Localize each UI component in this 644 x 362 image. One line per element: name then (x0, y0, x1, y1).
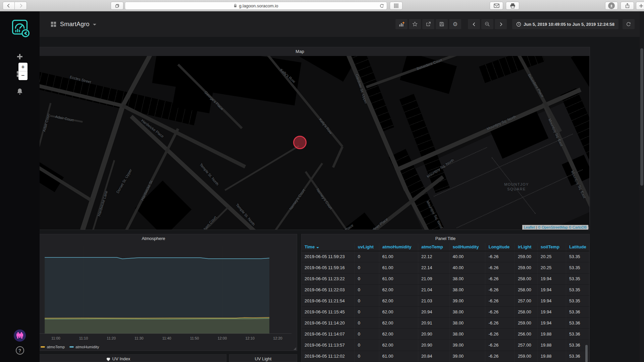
table-cell: 2019-06-05 11:14:07 (302, 328, 355, 340)
add-panel-button[interactable] (395, 19, 408, 29)
column-header-atmoHumidity[interactable]: atmoHumidity (379, 243, 418, 251)
map-zoom-out-button[interactable]: − (18, 71, 28, 80)
print-button[interactable] (506, 2, 519, 10)
column-header-Time[interactable]: Time (302, 243, 355, 251)
reload-button[interactable] (379, 3, 384, 9)
table-cell: 40.00 (449, 262, 485, 273)
map[interactable]: + − Leaflet | © OpenStreetMap © CartoDB … (10, 56, 589, 230)
column-header-atmoTemp[interactable]: atmoTemp (418, 243, 450, 251)
attrib-separator: | (535, 225, 538, 229)
table-cell: 256.00 (515, 328, 537, 340)
table-cell: 53.35 (566, 273, 589, 284)
uv-light-panel-title[interactable]: UV Light (229, 355, 297, 362)
panel-resize-handle[interactable] (293, 347, 296, 350)
table-cell: 53.36 (566, 317, 589, 328)
table-cell: 21.03 (418, 295, 450, 306)
legend-item[interactable]: atmoHumidity (69, 345, 99, 349)
browser-back-button[interactable] (3, 2, 15, 10)
page-scrollbar-thumb[interactable] (640, 48, 643, 186)
sidebar-item-alerting[interactable] (16, 88, 23, 97)
table-cell: 62.00 (379, 306, 418, 317)
table-cell: 0 (355, 317, 379, 328)
page-scrollbar[interactable] (640, 11, 644, 362)
avatar-icon (14, 329, 26, 342)
column-header-Longitude[interactable]: Longitude (485, 243, 515, 251)
map-street-label: Adair Court (42, 113, 51, 132)
table-cell: 257.00 (515, 340, 537, 351)
share-button[interactable] (621, 2, 634, 10)
cartodb-link[interactable]: © CartoDB (569, 225, 587, 229)
table-cell: 38.00 (449, 317, 485, 328)
table-row: 2019-06-05 11:59:23061.0022.1240.00-6.26… (302, 251, 589, 262)
map-marker[interactable] (293, 136, 307, 149)
table-cell: 2019-06-05 11:21:54 (302, 295, 355, 306)
browser-chrome: g.lagoon.soracom.io (0, 0, 644, 11)
map-zoom-in-button[interactable]: + (18, 63, 28, 71)
column-header-Latitude[interactable]: Latitude (566, 243, 589, 251)
column-header-soilHumidity[interactable]: soilHumidity (449, 243, 485, 251)
map-street-label: Graham Court (199, 215, 217, 230)
table-cell: 0 (355, 295, 379, 306)
app-grid-button[interactable] (390, 2, 402, 10)
map-panel-title[interactable]: Map (10, 47, 590, 56)
x-axis-label: 11:30 (135, 336, 144, 340)
table-cell: 62.00 (379, 328, 418, 340)
legend-item[interactable]: atmoTemp (41, 345, 65, 349)
table-row: 2019-06-05 11:12:02061.0020.8439.00-6.26… (302, 351, 589, 362)
atmosphere-panel-title[interactable]: Atmosphere (10, 234, 297, 243)
table-row: 2019-06-05 11:13:57062.0020.9039.00-6.26… (302, 340, 589, 351)
map-road (332, 146, 343, 168)
table-cell: 0 (355, 340, 379, 351)
user-avatar[interactable] (14, 329, 26, 342)
refresh-button[interactable] (623, 19, 635, 29)
x-axis-label: 12:10 (245, 336, 255, 340)
table-cell: 40.00 (449, 251, 485, 262)
new-tab-button[interactable] (636, 2, 644, 10)
column-header-irLight[interactable]: irLight (515, 243, 537, 251)
downloads-button[interactable] (605, 2, 618, 10)
table-panel-title[interactable]: Panel Title (302, 234, 589, 243)
dashboard-icon (50, 21, 57, 27)
time-range-picker[interactable]: Jun 5, 2019 10:49:05 to Jun 5, 2019 12:2… (512, 19, 619, 29)
share-dashboard-button[interactable] (422, 19, 434, 29)
lagoon-logo[interactable] (0, 11, 40, 44)
uv-index-panel-title[interactable]: UV Index (10, 355, 226, 362)
save-button[interactable] (436, 19, 448, 29)
zoom-out-button[interactable] (481, 19, 493, 29)
star-button[interactable] (409, 19, 421, 29)
map-road (80, 105, 125, 230)
osm-link[interactable]: © OpenStreetMap (538, 225, 568, 229)
chevron-right-icon (499, 22, 503, 26)
dashboard-header: SmartAgro ⚙ (40, 11, 644, 37)
table-cell: 0 (355, 251, 379, 262)
column-header-uvLight[interactable]: uvLight (355, 243, 379, 251)
time-forward-button[interactable] (495, 19, 507, 29)
browser-forward-button[interactable] (15, 2, 27, 10)
table-cell: 19.94 (537, 306, 566, 317)
table-cell: 20.94 (418, 306, 450, 317)
uv-index-panel: UV Index (10, 354, 226, 362)
map-street-label: Belvedere Place (527, 73, 545, 98)
tab-overview-button[interactable] (111, 2, 123, 10)
sidebar-item-create[interactable] (16, 53, 23, 62)
share-dashboard-icon (426, 21, 431, 27)
table-cell: -6.26 (485, 340, 515, 351)
time-backward-button[interactable] (468, 19, 480, 29)
table-cell: -6.26 (485, 251, 515, 262)
table-cell: 22.12 (418, 251, 450, 262)
legend-label: atmoTemp (47, 345, 65, 349)
settings-button[interactable]: ⚙ (449, 19, 461, 29)
address-bar[interactable]: g.lagoon.soracom.io (125, 2, 387, 10)
table-scrollbar[interactable] (585, 345, 588, 362)
uv-index-panel-title-text: UV Index (112, 355, 130, 362)
plus-icon (639, 4, 643, 8)
table-cell: 257.00 (515, 295, 537, 306)
table-cell: 20.90 (418, 328, 450, 340)
table-cell: 19.94 (537, 295, 566, 306)
leaflet-link[interactable]: Leaflet (524, 225, 535, 229)
mail-button[interactable] (490, 2, 503, 10)
help-button[interactable]: ? (16, 346, 24, 355)
map-building (300, 56, 355, 82)
column-header-soilTemp[interactable]: soilTemp (537, 243, 566, 251)
dashboard-title-dropdown[interactable]: SmartAgro (50, 21, 96, 28)
